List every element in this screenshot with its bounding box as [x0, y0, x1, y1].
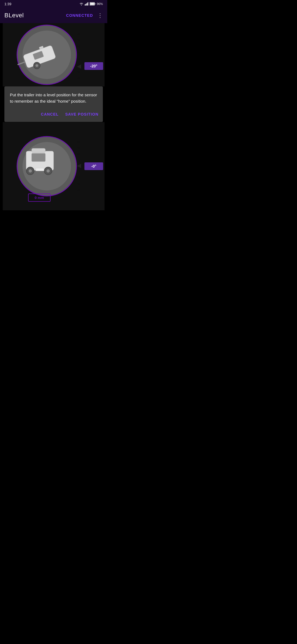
svg-rect-2: [87, 3, 87, 6]
svg-rect-5: [95, 3, 95, 4]
gauge1-area: 40 30 20 10 0 10 20 30 40: [0, 23, 107, 86]
dialog-overlay: Put the trailer into a level position fo…: [0, 86, 107, 122]
svg-text:30: 30: [77, 70, 81, 73]
app-bar-right: CONNECTED ⋮: [66, 12, 103, 19]
svg-rect-1: [86, 4, 86, 6]
svg-text:10: 10: [77, 159, 81, 162]
svg-text:30: 30: [77, 39, 81, 42]
svg-text:40: 40: [77, 189, 81, 192]
signal-icon: [85, 2, 89, 6]
app-title: BLevel: [4, 12, 24, 19]
dialog: Put the trailer into a level position fo…: [4, 86, 103, 122]
app-bar: BLevel CONNECTED ⋮: [0, 8, 107, 23]
battery-icon: [90, 2, 96, 6]
dialog-message: Put the trailer into a level position fo…: [10, 92, 98, 104]
svg-text:10: 10: [77, 58, 81, 61]
gauge2-svg: 40 30 20 10 0 10 20 30 40 -0° 0: [3, 122, 105, 210]
battery-text: 96%: [97, 2, 103, 6]
svg-text:30: 30: [77, 147, 81, 150]
save-position-button[interactable]: SAVE POSITION: [65, 111, 98, 118]
svg-text:20: 20: [77, 153, 81, 156]
more-options-icon[interactable]: ⋮: [97, 12, 103, 19]
svg-text:0: 0: [79, 54, 80, 57]
status-time: 1:39: [4, 2, 11, 6]
status-icons: 96%: [79, 2, 103, 6]
svg-rect-6: [90, 3, 94, 5]
svg-text:-20°: -20°: [90, 64, 97, 68]
svg-rect-3: [87, 2, 88, 6]
svg-text:10: 10: [77, 170, 81, 173]
cancel-button[interactable]: CANCEL: [41, 111, 59, 118]
connected-status: CONNECTED: [66, 13, 93, 18]
svg-text:30: 30: [77, 182, 81, 185]
svg-point-46: [46, 169, 50, 173]
svg-rect-41: [32, 148, 45, 152]
svg-text:40: 40: [77, 77, 81, 80]
svg-rect-47: [36, 168, 44, 171]
svg-text:0 mm: 0 mm: [35, 196, 44, 200]
svg-rect-42: [32, 153, 45, 162]
main-content: 40 30 20 10 0 10 20 30 40: [0, 23, 107, 210]
gauge1-svg: 40 30 20 10 0 10 20 30 40: [3, 23, 105, 86]
svg-text:40: 40: [77, 32, 81, 36]
svg-text:40: 40: [77, 140, 81, 143]
svg-point-44: [29, 169, 32, 173]
svg-text:20: 20: [77, 45, 81, 48]
svg-text:-0°: -0°: [91, 164, 96, 168]
svg-text:20: 20: [77, 176, 81, 179]
wifi-icon: [79, 2, 84, 6]
dialog-actions: CANCEL SAVE POSITION: [10, 111, 98, 118]
status-bar: 1:39 96%: [0, 0, 107, 8]
gauge2-area: 40 30 20 10 0 10 20 30 40 -0° 0: [0, 122, 107, 210]
svg-rect-0: [85, 4, 86, 6]
